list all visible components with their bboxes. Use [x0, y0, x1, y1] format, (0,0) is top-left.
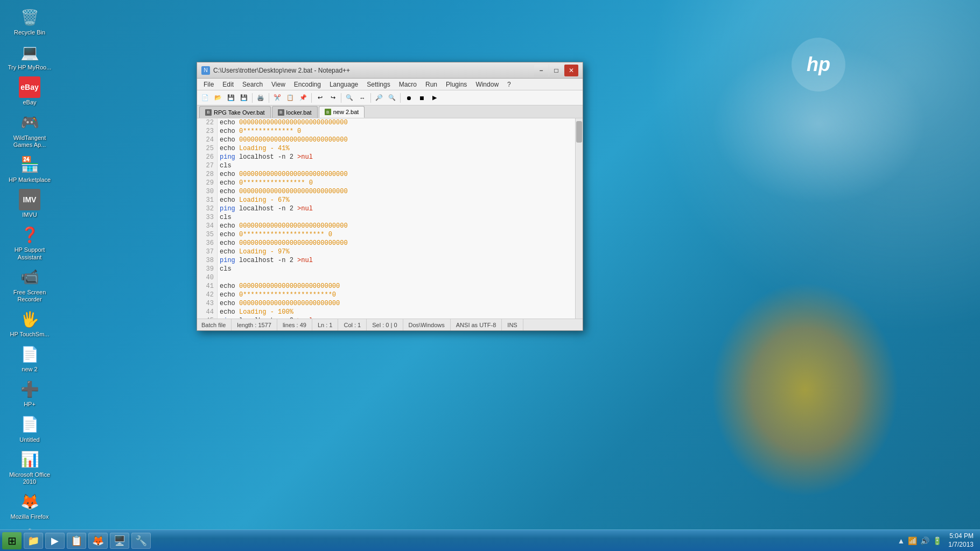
desktop-icon-untitled[interactable]: 📄 Untitled	[5, 412, 54, 446]
toolbar-replace[interactable]: ↔	[356, 92, 368, 104]
menu-encoding[interactable]: Encoding	[290, 80, 325, 89]
taskbar-media[interactable]: ▶	[45, 533, 65, 549]
tray-arrow[interactable]: ▲	[897, 536, 905, 545]
start-button[interactable]: ⊞	[2, 532, 22, 549]
desktop-icon-try-hp[interactable]: 💻 Try HP MyRoo...	[5, 39, 54, 73]
toolbar-cut[interactable]: ✂️	[271, 92, 283, 104]
menu-help[interactable]: ?	[503, 80, 515, 89]
code-line-34: echo 0000000000000000000000000000	[220, 222, 573, 230]
free-screen-label: Free Screen Recorder	[8, 289, 52, 303]
minimize-button[interactable]: −	[534, 65, 548, 76]
menu-search[interactable]: Search	[238, 80, 267, 89]
toolbar-zoom-in[interactable]: 🔎	[373, 92, 385, 104]
clock-time: 5:04 PM	[948, 532, 974, 541]
tray-volume[interactable]: 🔊	[920, 536, 929, 545]
line-num-36: 36	[197, 239, 217, 248]
firefox-taskbar-icon: 🦊	[92, 535, 104, 547]
toolbar-copy[interactable]: 📋	[284, 92, 296, 104]
code-line-37: echo Loading - 97%	[220, 248, 573, 256]
notepad-window: N C:\Users\trotter\Desktop\new 2.bat - N…	[197, 62, 583, 331]
toolbar-save[interactable]: 💾	[225, 92, 237, 104]
taskbar-firefox[interactable]: 🦊	[88, 533, 108, 549]
untitled-label: Untitled	[19, 436, 39, 443]
toolbar-zoom-out[interactable]: 🔍	[386, 92, 398, 104]
status-ln: Ln : 1	[312, 319, 339, 330]
toolbar-redo[interactable]: ↪	[327, 92, 339, 104]
tab-new2[interactable]: B new 2.bat	[319, 106, 365, 118]
desktop-icon-ebay[interactable]: eBay eBay	[5, 74, 54, 108]
code-line-32: ping localhost -n 2 >nul	[220, 204, 573, 213]
untitled-icon: 📄	[19, 414, 40, 435]
hp-logo: hp	[792, 38, 845, 91]
tab-rpg[interactable]: B RPG Take Over.bat	[199, 106, 271, 118]
close-button[interactable]: ✕	[564, 65, 578, 76]
line-num-29: 29	[197, 179, 217, 187]
line-num-24: 24	[197, 136, 217, 144]
taskbar-task3[interactable]: 📋	[67, 533, 86, 549]
menu-macro[interactable]: Macro	[395, 80, 421, 89]
line-num-25: 25	[197, 144, 217, 153]
toolbar-play[interactable]: ▶	[429, 92, 440, 104]
desktop-icon-imvu[interactable]: IMV IMVU	[5, 187, 54, 221]
desktop-icon-wildtangent[interactable]: 🎮 WildTangent Games Ap...	[5, 110, 54, 151]
desktop-icon-recycle-bin[interactable]: 🗑️ Recycle Bin	[5, 4, 54, 38]
toolbar-undo[interactable]: ↩	[314, 92, 326, 104]
menu-run[interactable]: Run	[421, 80, 442, 89]
code-line-44: echo Loading - 100%	[220, 308, 573, 316]
hp-touchsm-label: HP TouchSm...	[10, 331, 50, 338]
tab-rpg-label: RPG Take Over.bat	[214, 109, 265, 116]
scroll-thumb[interactable]	[576, 121, 582, 143]
tab-rpg-icon: B	[205, 109, 212, 116]
tab-locker[interactable]: B locker.bat	[272, 106, 318, 118]
code-line-40	[220, 273, 573, 282]
start-icon: ⊞	[8, 534, 17, 547]
maximize-button[interactable]: □	[549, 65, 563, 76]
code-line-29: echo 0**************** 0	[220, 179, 573, 187]
desktop-icon-free-screen[interactable]: 📹 Free Screen Recorder	[5, 264, 54, 305]
toolbar-print[interactable]: 🖨️	[255, 92, 267, 104]
taskbar-clock[interactable]: 5:04 PM 1/7/2013	[948, 532, 978, 549]
status-length: length : 1577	[232, 319, 277, 330]
taskbar-task6[interactable]: 🔧	[131, 533, 151, 549]
menu-file[interactable]: File	[199, 80, 218, 89]
menu-edit[interactable]: Edit	[218, 80, 238, 89]
desktop-icon-hp-plus[interactable]: ➕ HP+	[5, 376, 54, 410]
tray-network[interactable]: 📶	[908, 536, 917, 545]
media-icon: ▶	[51, 535, 59, 547]
editor-area: 2223242526272829303132333435363738394041…	[197, 118, 583, 319]
menu-settings[interactable]: Settings	[362, 80, 394, 89]
editor-scrollbar[interactable]	[575, 118, 583, 319]
desktop-icon-mozilla[interactable]: 🦊 Mozilla Firefox	[5, 489, 54, 522]
desktop-icon-new2[interactable]: 📄 new 2	[5, 341, 54, 375]
desktop-icon-hp-support[interactable]: ❓ HP Support Assistant	[5, 222, 54, 263]
code-content[interactable]: echo 0000000000000000000000000000echo 0*…	[218, 118, 575, 319]
toolbar-record[interactable]: ⏺	[403, 92, 415, 104]
toolbar-paste[interactable]: 📌	[297, 92, 309, 104]
free-screen-icon: 📹	[19, 266, 40, 288]
taskbar-task5[interactable]: 🖥️	[110, 533, 129, 549]
toolbar-find[interactable]: 🔍	[344, 92, 355, 104]
toolbar: 📄 📂 💾 💾 🖨️ ✂️ 📋 📌 ↩ ↪ 🔍 ↔ 🔎 🔍 ⏺ ⏹ ▶	[197, 90, 583, 105]
code-line-31: echo Loading - 67%	[220, 196, 573, 204]
menu-window[interactable]: Window	[471, 80, 503, 89]
taskbar-explorer[interactable]: 📁	[24, 533, 43, 549]
toolbar-stop[interactable]: ⏹	[416, 92, 428, 104]
toolbar-saveall[interactable]: 💾	[238, 92, 250, 104]
status-dos: Dos\Windows	[403, 319, 451, 330]
line-num-28: 28	[197, 170, 217, 179]
menu-language[interactable]: Language	[325, 80, 362, 89]
toolbar-sep4	[341, 93, 341, 103]
desktop-icon-ms-office[interactable]: 📊 Microsoft Office 2010	[5, 447, 54, 488]
toolbar-open[interactable]: 📂	[212, 92, 224, 104]
tray-battery[interactable]: 🔋	[933, 536, 942, 545]
code-line-35: echo 0********************* 0	[220, 230, 573, 239]
status-ins: INS	[502, 319, 523, 330]
desktop-icon-hp-marketplace[interactable]: 🏪 HP Marketplace	[5, 152, 54, 186]
menu-plugins[interactable]: Plugins	[442, 80, 471, 89]
toolbar-sep5	[370, 93, 371, 103]
recycle-bin-label: Recycle Bin	[14, 29, 45, 36]
desktop-icon-hp-touchsm[interactable]: 🖐️ HP TouchSm...	[5, 306, 54, 340]
menu-view[interactable]: View	[267, 80, 290, 89]
toolbar-new[interactable]: 📄	[199, 92, 211, 104]
task5-icon: 🖥️	[114, 535, 125, 547]
